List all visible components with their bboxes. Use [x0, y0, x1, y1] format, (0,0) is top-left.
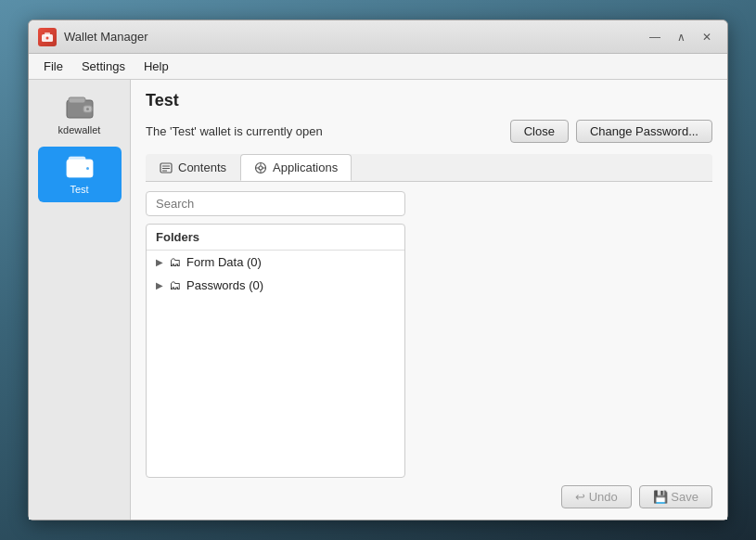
change-password-button[interactable]: Change Password...: [576, 120, 712, 143]
tab-contents-label: Contents: [178, 161, 226, 174]
folders-header: Folders: [147, 225, 404, 251]
main-panel: Test The 'Test' wallet is currently open…: [131, 80, 727, 520]
sidebar-item-kdewallet[interactable]: kdewallet: [38, 87, 122, 143]
folder-icon-formdata: 🗂: [169, 255, 181, 269]
menu-file[interactable]: File: [36, 57, 70, 76]
title-bar: Wallet Manager — ∧ ✕: [29, 20, 727, 54]
bottom-bar: ↩ Undo 💾 Save: [146, 478, 712, 508]
app-icon: [38, 28, 57, 46]
folder-label-passwords: Passwords (0): [186, 278, 263, 292]
content-area: kdewallet Test Test The 'Test' wallet is: [29, 80, 727, 520]
svg-rect-4: [69, 97, 85, 103]
folder-label-formdata: Form Data (0): [186, 255, 262, 269]
title-bar-left: Wallet Manager: [38, 28, 148, 46]
sidebar: kdewallet Test: [29, 80, 131, 520]
two-pane: Folders ▶ 🗂 Form Data (0) ▶ 🗂 Passwords …: [146, 191, 712, 478]
tab-applications-label: Applications: [273, 161, 338, 174]
undo-label: Undo: [589, 490, 618, 504]
sidebar-label-kdewallet: kdewallet: [58, 124, 101, 135]
menu-settings[interactable]: Settings: [74, 57, 133, 76]
minimize-button[interactable]: —: [644, 28, 666, 46]
sidebar-label-test: Test: [70, 184, 88, 195]
contents-icon: [160, 161, 173, 174]
folders-panel: Folders ▶ 🗂 Form Data (0) ▶ 🗂 Passwords …: [146, 224, 405, 478]
applications-icon: [254, 161, 267, 174]
wallet-icon-test: [65, 154, 95, 180]
chevron-icon-formdata: ▶: [156, 257, 163, 267]
folder-item-formdata[interactable]: ▶ 🗂 Form Data (0): [147, 251, 404, 274]
tab-contents[interactable]: Contents: [146, 154, 240, 181]
save-icon: 💾: [653, 490, 672, 504]
info-buttons: Close Change Password...: [510, 120, 712, 143]
tabs: Contents Applications: [146, 154, 712, 182]
wallet-icon-kdewallet: [65, 95, 95, 121]
undo-icon: ↩: [575, 490, 589, 504]
svg-point-6: [86, 108, 89, 110]
close-button[interactable]: ✕: [696, 28, 718, 46]
undo-button[interactable]: ↩ Undo: [561, 485, 632, 508]
close-wallet-button[interactable]: Close: [510, 120, 569, 143]
save-label: Save: [671, 490, 698, 504]
tab-content: Folders ▶ 🗂 Form Data (0) ▶ 🗂 Passwords …: [146, 191, 712, 478]
svg-rect-8: [69, 157, 85, 162]
panel-title: Test: [146, 91, 712, 110]
menu-bar: File Settings Help: [29, 54, 727, 80]
left-pane: Folders ▶ 🗂 Form Data (0) ▶ 🗂 Passwords …: [146, 191, 410, 478]
sidebar-item-test[interactable]: Test: [38, 147, 122, 202]
window-title: Wallet Manager: [64, 30, 148, 44]
menu-help[interactable]: Help: [136, 57, 176, 76]
svg-point-2: [46, 36, 49, 39]
wallet-status-text: The 'Test' wallet is currently open: [146, 124, 323, 138]
svg-point-16: [259, 166, 263, 170]
svg-point-10: [86, 167, 89, 170]
info-row: The 'Test' wallet is currently open Clos…: [146, 120, 712, 143]
title-bar-controls: — ∧ ✕: [644, 28, 718, 46]
tab-applications[interactable]: Applications: [240, 154, 352, 181]
folder-item-passwords[interactable]: ▶ 🗂 Passwords (0): [147, 274, 404, 297]
chevron-icon-passwords: ▶: [156, 280, 163, 290]
search-input[interactable]: [146, 191, 405, 216]
maximize-button[interactable]: ∧: [670, 28, 692, 46]
save-button[interactable]: 💾 Save: [639, 485, 712, 508]
folder-icon-passwords: 🗂: [169, 278, 181, 292]
main-window: Wallet Manager — ∧ ✕ File Settings Help: [28, 19, 728, 521]
svg-rect-1: [45, 32, 50, 36]
